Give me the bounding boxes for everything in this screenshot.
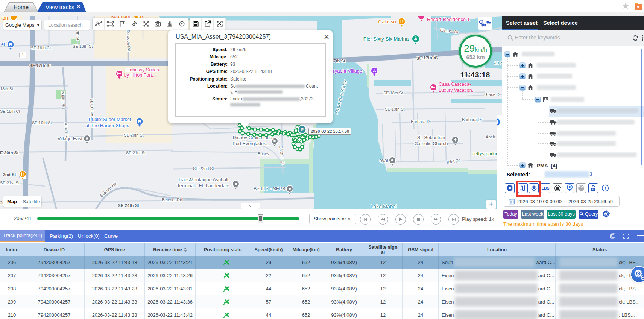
svg-text:Jettys parkin: Jettys parkin — [472, 151, 498, 156]
svg-text:P: P — [301, 127, 304, 132]
svg-text:beryacht Village: beryacht Village — [328, 68, 362, 74]
svg-text:SE 19th St: SE 19th St — [385, 107, 405, 111]
svg-text:Barbara Dr: Barbara Dr — [411, 119, 431, 124]
svg-text:PMA_[4]: PMA_[4] — [537, 163, 557, 169]
svg-text:Port Everglades...: Port Everglades... — [232, 141, 270, 146]
svg-text:Calusso: Calusso — [378, 19, 396, 24]
svg-text:Publix Super Market: Publix Super Market — [89, 117, 131, 122]
svg-text:Luxury Vacation...: Luxury Vacation... — [439, 88, 476, 93]
svg-text:E 20th St: E 20th St — [0, 150, 18, 155]
svg-text:Resort Residence 1: Resort Residence 1 — [427, 17, 470, 22]
svg-text:SE 24th St: SE 24th St — [118, 203, 139, 208]
svg-text:SE 17th St: SE 17th St — [29, 63, 51, 68]
svg-text:Terminal - Ft. Lauderdale: Terminal - Ft. Lauderdale — [177, 183, 229, 188]
svg-text:Barbara Dr: Barbara Dr — [462, 117, 482, 122]
svg-text:Village East: Village East — [58, 136, 82, 141]
svg-text:SE 19th St: SE 19th St — [32, 120, 52, 125]
svg-text:SE 21st St: SE 21st St — [126, 150, 146, 155]
svg-text:oyal: oyal — [380, 158, 388, 163]
svg-text:TransMontaigne Asphalt: TransMontaigne Asphalt — [178, 177, 229, 182]
svg-text:18th St: 18th St — [0, 87, 13, 91]
svg-text:Belcher Rd: Belcher Rd — [162, 197, 182, 202]
svg-text:Buses: Buses — [258, 152, 269, 156]
svg-text:Grace D: Grace D — [484, 92, 500, 97]
svg-text:at The Harbor Shops: at The Harbor Shops — [85, 123, 129, 128]
svg-text:by Hilton Fort...: by Hilton Fort... — [124, 73, 156, 78]
svg-text:1: 1 — [22, 53, 24, 57]
svg-text:Cordova Rd: Cordova Rd — [126, 29, 131, 52]
svg-text:Embassy Suites: Embassy Suites — [125, 67, 159, 73]
svg-text:Casa Cascada-: Casa Cascada- — [439, 82, 471, 87]
svg-text:SE 18th Ct: SE 18th Ct — [0, 109, 20, 114]
svg-text:SE 20th St: SE 20th St — [124, 133, 144, 137]
svg-text:Catholic Church: Catholic Church — [415, 141, 448, 146]
svg-text:SE 18th St: SE 18th St — [383, 91, 403, 95]
svg-text:SE 21st St: SE 21st St — [0, 181, 20, 185]
svg-text:SE 16th Ct: SE 16th Ct — [31, 46, 51, 50]
svg-text:St. Sebastian: St. Sebastian — [417, 135, 445, 140]
svg-text:i: i — [605, 186, 606, 190]
svg-text:SE 22nd St: SE 22nd St — [193, 166, 214, 171]
svg-text:Miami Rd: Miami Rd — [61, 91, 66, 109]
svg-text:2nd St: 2nd St — [3, 172, 16, 177]
svg-text:Anch: Anch — [486, 135, 495, 139]
svg-text:an Riv: an Riv — [494, 60, 502, 65]
svg-text:Lake Mabel: Lake Mabel — [371, 204, 397, 209]
svg-text:et: et — [1, 42, 5, 47]
svg-text:7th St: 7th St — [333, 59, 345, 63]
svg-text:SE 16th Ct: SE 16th Ct — [73, 44, 93, 49]
svg-text:Berth 7 - SFPS: Berth 7 - SFPS — [254, 186, 285, 191]
svg-text:P: P — [568, 185, 571, 189]
svg-text:Pier Sixty-Six Marina: Pier Sixty-Six Marina — [363, 36, 409, 42]
